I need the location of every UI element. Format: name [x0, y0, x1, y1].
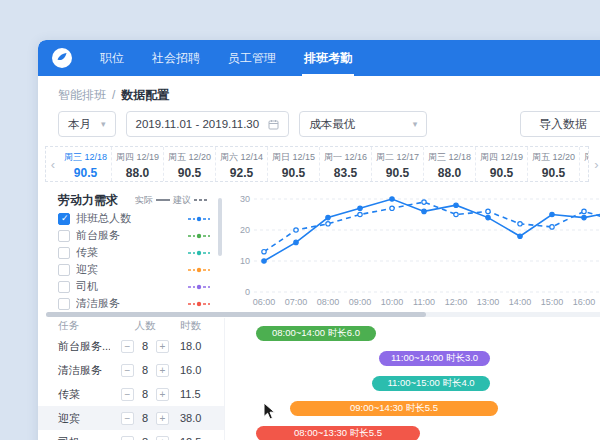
stepper-value: 8 — [139, 364, 151, 376]
svg-text:07:00: 07:00 — [285, 297, 308, 307]
stepper-decrease-button[interactable]: − — [121, 364, 134, 377]
stepper-increase-button[interactable]: + — [156, 364, 169, 377]
date-tab-day: 周五 12/20 — [164, 151, 215, 164]
task-hours: 11.5 — [180, 388, 224, 400]
stepper-value: 8 — [139, 340, 151, 352]
date-tab-day: 周四 12/19 — [112, 151, 163, 164]
date-tab-7[interactable]: 周三 12/1888.0 — [424, 147, 476, 181]
chevron-right-icon: › — [594, 157, 598, 172]
stepper-increase-button[interactable]: + — [156, 412, 169, 425]
svg-text:13:00: 13:00 — [477, 297, 500, 307]
import-data-button[interactable]: 导入数据 — [520, 111, 600, 137]
gantt-bar-0[interactable]: 08:00~14:00 时长6.0 — [256, 326, 376, 341]
date-tab-value: 92.5 — [216, 166, 267, 180]
checkbox[interactable] — [58, 213, 70, 225]
demand-item-glyph — [188, 300, 210, 308]
stepper-decrease-button[interactable]: − — [121, 340, 134, 353]
checkbox[interactable] — [58, 264, 70, 276]
gantt-bar-4[interactable]: 08:00~13:30 时长5.5 — [256, 426, 420, 440]
date-tab-0[interactable]: 周三 12/1890.5 — [60, 147, 112, 181]
date-tab-9[interactable]: 周五 12/2090.5 — [528, 147, 580, 181]
task-name: 迎宾 — [38, 411, 110, 426]
header-hours: 时数 — [180, 319, 224, 333]
date-tab-value: 90.5 — [60, 166, 111, 180]
nav-item-employee-management[interactable]: 员工管理 — [214, 40, 290, 76]
date-tab-day: 周四 12/19 — [476, 151, 527, 164]
date-tab-value: 90.5 — [476, 166, 527, 180]
stepper-value: 8 — [139, 412, 151, 424]
app-logo-icon[interactable] — [52, 48, 72, 68]
demand-item-glyph — [188, 283, 210, 291]
strategy-select[interactable]: 成本最优 ▾ — [299, 111, 427, 137]
legend-suggest-label: 建议 — [173, 194, 191, 207]
date-tab-value: 90.5 — [528, 166, 579, 180]
task-row-2[interactable]: 传菜 − 8 + 11.5 — [38, 382, 224, 406]
svg-text:30: 30 — [240, 194, 250, 204]
nav-item-scheduling-attendance[interactable]: 排班考勤 — [290, 40, 366, 76]
date-tab-day: 周二 12/17 — [372, 151, 423, 164]
svg-text:14:00: 14:00 — [509, 297, 532, 307]
stepper-decrease-button[interactable]: − — [121, 436, 134, 440]
checkbox[interactable] — [58, 281, 70, 293]
breadcrumb: 智能排班 / 数据配置 — [38, 76, 600, 104]
checkbox[interactable] — [58, 247, 70, 259]
period-select[interactable]: 本月 ▾ — [58, 111, 116, 137]
demand-item-4[interactable]: 司机 — [58, 278, 220, 295]
header-count: 人数 — [110, 319, 180, 333]
svg-text:08:00: 08:00 — [317, 297, 340, 307]
date-tab-8[interactable]: 周四 12/1990.5 — [476, 147, 528, 181]
date-tab-3[interactable]: 周六 12/1492.5 — [216, 147, 268, 181]
stepper-increase-button[interactable]: + — [156, 388, 169, 401]
task-hours: 12.5 — [180, 436, 224, 440]
tabs-prev-button[interactable]: ‹ — [46, 147, 60, 181]
task-row-0[interactable]: 前台服务... − 8 + 18.0 — [38, 334, 224, 358]
legend-actual-label: 实际 — [135, 194, 153, 207]
demand-section: 劳动力需求 实际 建议 排班总人数 前台服务 传菜 — [38, 184, 600, 310]
task-row-4[interactable]: 司机 − 8 + 12.5 — [38, 430, 224, 440]
stepper-decrease-button[interactable]: − — [121, 388, 134, 401]
demand-line-chart: 010203006:0007:0008:0009:0010:0011:0012:… — [224, 184, 600, 310]
stepper-increase-button[interactable]: + — [156, 340, 169, 353]
gantt-bar-2[interactable]: 11:00~15:00 时长4.0 — [372, 376, 490, 391]
gantt-bar-3[interactable]: 09:00~14:30 时长5.5 — [290, 401, 498, 416]
task-name: 传菜 — [38, 387, 110, 402]
date-tab-2[interactable]: 周五 12/2090.5 — [164, 147, 216, 181]
chevron-left-icon: ‹ — [51, 157, 55, 172]
date-tab-1[interactable]: 周四 12/1988.0 — [112, 147, 164, 181]
date-range-input[interactable]: 2019.11.01 - 2019.11.30 — [126, 111, 290, 137]
stepper-increase-button[interactable]: + — [156, 436, 169, 440]
date-tabs-bar: ‹ 周三 12/1890.5 周四 12/1988.0 周五 12/2090.5… — [38, 144, 600, 184]
task-row-1[interactable]: 清洁服务 − 8 + 16.0 — [38, 358, 224, 382]
gantt-bar-1[interactable]: 11:00~14:00 时长3.0 — [379, 351, 490, 366]
date-tab-value: 88.0 — [112, 166, 163, 180]
task-table: 任务 人数 时数 前台服务... − 8 + 18.0 清洁服务 − 8 + — [38, 318, 225, 440]
date-tab-5[interactable]: 周一 12/1683.5 — [320, 147, 372, 181]
dashed-line-icon — [194, 197, 208, 203]
demand-item-2[interactable]: 传菜 — [58, 244, 220, 261]
demand-item-label: 清洁服务 — [76, 296, 188, 310]
demand-item-5[interactable]: 清洁服务 — [58, 295, 220, 310]
svg-text:12:00: 12:00 — [445, 297, 468, 307]
nav-item-social-recruiting[interactable]: 社会招聘 — [138, 40, 214, 76]
demand-panel: 劳动力需求 实际 建议 排班总人数 前台服务 传菜 — [38, 184, 224, 310]
panel-scrollbar[interactable] — [218, 198, 222, 256]
app-window: 职位 社会招聘 员工管理 排班考勤 智能排班 / 数据配置 本月 ▾ 2019.… — [38, 40, 600, 440]
demand-item-label: 前台服务 — [76, 228, 188, 243]
checkbox[interactable] — [58, 298, 70, 310]
demand-item-1[interactable]: 前台服务 — [58, 227, 220, 244]
demand-item-glyph — [188, 215, 210, 223]
task-hours: 38.0 — [180, 412, 224, 424]
header-task: 任务 — [38, 319, 110, 333]
task-row-3[interactable]: 迎宾 − 8 + 38.0 — [38, 406, 224, 430]
breadcrumb-parent[interactable]: 智能排班 — [58, 87, 106, 104]
date-tab-4[interactable]: 周日 12/1590.5 — [268, 147, 320, 181]
stepper-decrease-button[interactable]: − — [121, 412, 134, 425]
task-name: 前台服务... — [38, 339, 110, 354]
nav-item-positions[interactable]: 职位 — [86, 40, 138, 76]
tabs-next-button[interactable]: › — [588, 146, 600, 182]
date-tab-6[interactable]: 周二 12/1790.5 — [372, 147, 424, 181]
checkbox[interactable] — [58, 230, 70, 242]
scrollbar-thumb[interactable] — [46, 312, 426, 317]
demand-item-0[interactable]: 排班总人数 — [58, 210, 220, 227]
demand-item-3[interactable]: 迎宾 — [58, 261, 220, 278]
